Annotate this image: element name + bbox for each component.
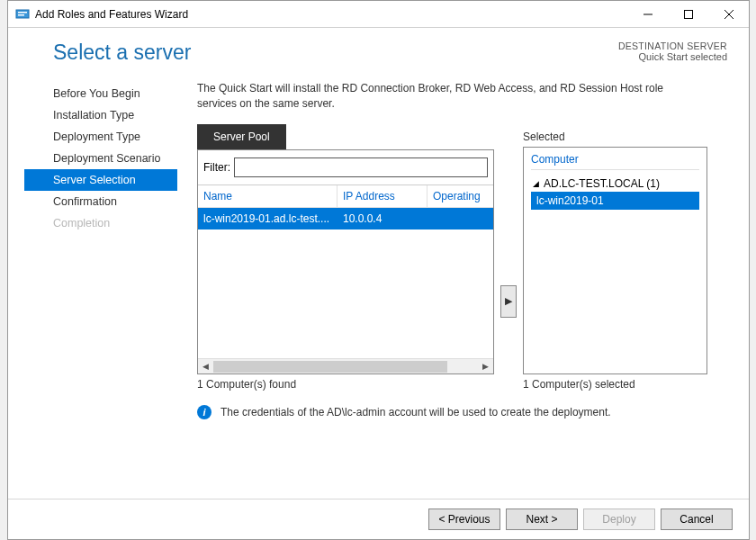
selected-header: Computer — [531, 153, 699, 170]
maximize-button[interactable] — [668, 1, 708, 27]
nav-server-selection[interactable]: Server Selection — [24, 169, 177, 191]
app-icon — [15, 7, 30, 22]
server-list: lc-win2019-01.ad.lc-test.... 10.0.0.4 — [198, 208, 493, 358]
svg-rect-4 — [684, 10, 692, 18]
chevron-right-icon: ▶ — [505, 295, 512, 307]
titlebar: Add Roles and Features Wizard — [8, 1, 749, 28]
window-title: Add Roles and Features Wizard — [35, 8, 188, 21]
body-row: Before You Begin Installation Type Deplo… — [24, 81, 733, 499]
nav-deployment-type[interactable]: Deployment Type — [24, 126, 177, 148]
computers-found-label: 1 Computer(s) found — [197, 378, 494, 391]
horizontal-scrollbar[interactable]: ◀ ▶ — [198, 358, 493, 374]
intro-text: The Quick Start will install the RD Conn… — [197, 81, 701, 112]
filter-row: Filter: — [198, 150, 493, 184]
close-button[interactable] — [708, 1, 749, 27]
tree-collapse-icon[interactable]: ◢ — [531, 179, 540, 188]
destination-value: Quick Start selected — [618, 51, 727, 62]
nav-completion: Completion — [24, 212, 177, 234]
footer: < Previous Next > Deploy Cancel — [8, 499, 749, 539]
destination-label: DESTINATION SERVER — [618, 40, 727, 51]
nav-confirmation[interactable]: Confirmation — [24, 191, 177, 212]
scroll-left-icon[interactable]: ◀ — [198, 358, 213, 374]
scroll-right-icon[interactable]: ▶ — [478, 358, 493, 374]
window-controls — [627, 1, 749, 27]
nav-installation-type[interactable]: Installation Type — [24, 104, 177, 126]
nav-deployment-scenario[interactable]: Deployment Scenario — [24, 148, 177, 169]
server-pool-box: Filter: Name IP Address Operating lc-win — [197, 149, 494, 374]
selected-label: Selected — [523, 124, 707, 143]
tree-parent-label: AD.LC-TEST.LOCAL (1) — [544, 177, 660, 190]
tree-parent[interactable]: ◢ AD.LC-TEST.LOCAL (1) — [531, 176, 699, 192]
selected-box: Computer ◢ AD.LC-TEST.LOCAL (1) lc-win20… — [523, 147, 707, 374]
filter-label: Filter: — [203, 161, 230, 174]
wizard-nav: Before You Begin Installation Type Deplo… — [24, 81, 177, 499]
nav-before-you-begin[interactable]: Before You Begin — [24, 83, 177, 104]
cell-ip: 10.0.0.4 — [338, 208, 428, 230]
destination-block: DESTINATION SERVER Quick Start selected — [618, 40, 733, 62]
cell-name: lc-win2019-01.ad.lc-test.... — [198, 208, 338, 230]
table-row[interactable]: lc-win2019-01.ad.lc-test.... 10.0.0.4 — [198, 208, 493, 230]
minimize-button[interactable] — [627, 1, 668, 27]
deploy-button: Deploy — [583, 508, 655, 530]
add-to-selected-button[interactable]: ▶ — [500, 285, 517, 318]
info-text: The credentials of the AD\lc-admin accou… — [220, 406, 611, 418]
server-pool-panel: Server Pool Filter: Name IP Address Oper… — [197, 124, 494, 391]
svg-rect-2 — [18, 14, 24, 16]
selected-panel: Selected Computer ◢ AD.LC-TEST.LOCAL (1)… — [523, 124, 707, 391]
col-os[interactable]: Operating — [428, 185, 493, 207]
filter-input[interactable] — [234, 158, 488, 177]
transfer-column: ▶ — [494, 124, 523, 391]
header-row: Select a server DESTINATION SERVER Quick… — [24, 37, 733, 65]
cancel-button[interactable]: Cancel — [661, 508, 733, 530]
column-headers: Name IP Address Operating — [198, 184, 493, 208]
svg-rect-0 — [16, 10, 29, 18]
computers-selected-label: 1 Computer(s) selected — [523, 378, 707, 391]
previous-button[interactable]: < Previous — [428, 508, 500, 530]
svg-rect-1 — [18, 12, 27, 14]
next-button[interactable]: Next > — [506, 508, 578, 530]
panels-row: Server Pool Filter: Name IP Address Oper… — [197, 124, 733, 391]
info-row: i The credentials of the AD\lc-admin acc… — [197, 405, 733, 419]
tree-child[interactable]: lc-win2019-01 — [531, 192, 699, 210]
page-title: Select a server — [53, 40, 191, 65]
scroll-thumb[interactable] — [213, 361, 447, 373]
main-panel: The Quick Start will install the RD Conn… — [177, 81, 733, 499]
tab-row: Server Pool — [197, 124, 494, 149]
info-icon: i — [197, 405, 212, 419]
tab-server-pool[interactable]: Server Pool — [197, 124, 286, 149]
col-name[interactable]: Name — [198, 185, 338, 207]
content-area: Select a server DESTINATION SERVER Quick… — [8, 28, 749, 499]
col-ip[interactable]: IP Address — [338, 185, 428, 207]
wizard-window: Add Roles and Features Wizard Select a s… — [7, 0, 750, 540]
